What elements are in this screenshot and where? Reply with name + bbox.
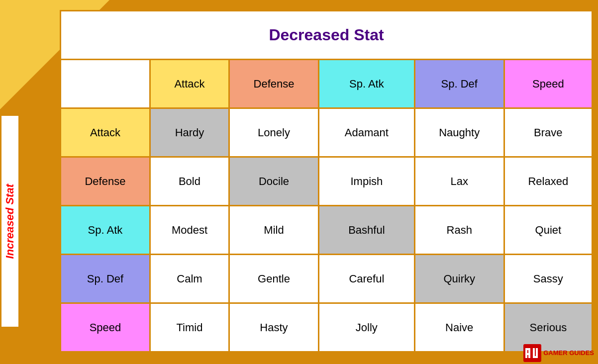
row-label-defense: Defense (61, 157, 150, 206)
cell-hasty: Hasty (229, 303, 319, 352)
row-label-spdef: Sp. Def (61, 255, 150, 303)
cell-naive: Naive (414, 303, 504, 352)
cell-hardy: Hardy (150, 108, 229, 157)
cell-naughty: Naughty (414, 108, 504, 157)
nature-chart-table: Decreased Stat Attack Defense Sp. Atk Sp… (60, 10, 593, 353)
cell-modest: Modest (150, 206, 229, 255)
cell-impish: Impish (318, 157, 414, 206)
col-header-spdef: Sp. Def (414, 60, 504, 108)
cell-bold: Bold (150, 157, 229, 206)
col-header-spatk: Sp. Atk (318, 60, 414, 108)
table-row: Defense Bold Docile Impish Lax Relaxed (61, 157, 593, 206)
row-label-speed: Speed (61, 303, 150, 352)
row-label-spatk: Sp. Atk (61, 206, 150, 255)
col-header-attack: Attack (150, 60, 229, 108)
corner-cell (61, 60, 150, 108)
decreased-stat-header: Decreased Stat (61, 11, 593, 60)
row-label-attack: Attack (61, 108, 150, 157)
watermark-text: GAMER GUIDES (543, 349, 594, 357)
cell-jolly: Jolly (318, 303, 414, 352)
cell-lax: Lax (414, 157, 504, 206)
cell-quirky: Quirky (414, 255, 504, 303)
title-row: Decreased Stat (61, 11, 593, 60)
table-row: Sp. Atk Modest Mild Bashful Rash Quiet (61, 206, 593, 255)
col-header-defense: Defense (229, 60, 319, 108)
cell-quiet: Quiet (504, 206, 592, 255)
cell-docile: Docile (229, 157, 319, 206)
cell-mild: Mild (229, 206, 319, 255)
gamer-guides-icon (523, 344, 541, 362)
cell-lonely: Lonely (229, 108, 319, 157)
table-row: Sp. Def Calm Gentle Careful Quirky Sassy (61, 255, 593, 303)
cell-timid: Timid (150, 303, 229, 352)
table-row: Attack Hardy Lonely Adamant Naughty Brav… (61, 108, 593, 157)
cell-rash: Rash (414, 206, 504, 255)
column-header-row: Attack Defense Sp. Atk Sp. Def Speed (61, 60, 593, 108)
watermark: GAMER GUIDES (523, 344, 594, 362)
cell-adamant: Adamant (318, 108, 414, 157)
table-row: Speed Timid Hasty Jolly Naive Serious (61, 303, 593, 352)
cell-calm: Calm (150, 255, 229, 303)
cell-relaxed: Relaxed (504, 157, 592, 206)
cell-brave: Brave (504, 108, 592, 157)
svg-rect-4 (525, 353, 530, 355)
cell-sassy: Sassy (504, 255, 592, 303)
svg-rect-3 (525, 348, 530, 350)
nature-chart-wrapper: Decreased Stat Attack Defense Sp. Atk Sp… (60, 10, 593, 353)
cell-gentle: Gentle (229, 255, 319, 303)
col-header-speed: Speed (504, 60, 592, 108)
svg-rect-7 (533, 356, 538, 358)
cell-bashful: Bashful (318, 206, 414, 255)
increased-stat-label: Increased Stat (0, 114, 20, 328)
cell-careful: Careful (318, 255, 414, 303)
